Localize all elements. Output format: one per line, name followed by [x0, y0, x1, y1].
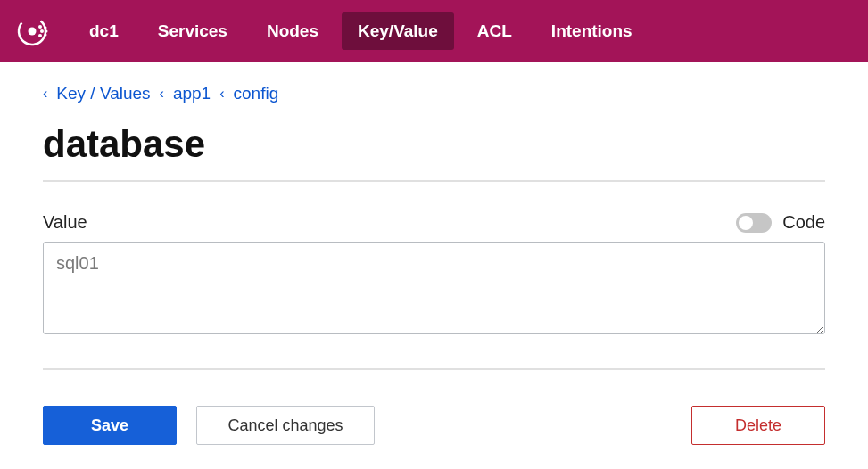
code-toggle[interactable]: [736, 213, 772, 233]
logo-icon: [16, 15, 48, 47]
page-title: database: [43, 123, 825, 182]
nav-item-dc1[interactable]: dc1: [73, 12, 135, 50]
content: ‹ Key / Values ‹ app1 ‹ config database …: [0, 62, 868, 445]
breadcrumb: ‹ Key / Values ‹ app1 ‹ config: [43, 84, 825, 103]
breadcrumb-app1[interactable]: app1: [173, 84, 211, 103]
breadcrumb-keyvalues[interactable]: Key / Values: [56, 84, 150, 103]
save-button[interactable]: Save: [43, 406, 177, 445]
code-toggle-wrap: Code: [736, 212, 825, 233]
svg-point-7: [45, 34, 47, 37]
button-row: Save Cancel changes Delete: [43, 406, 825, 445]
nav-item-nodes[interactable]: Nodes: [251, 12, 335, 50]
svg-point-6: [45, 30, 48, 33]
nav-item-services[interactable]: Services: [142, 12, 244, 50]
cancel-button[interactable]: Cancel changes: [196, 406, 375, 445]
svg-point-1: [29, 28, 37, 36]
chevron-left-icon: ‹: [43, 86, 47, 102]
svg-point-3: [40, 29, 44, 33]
nav-item-keyvalue[interactable]: Key/Value: [342, 12, 454, 50]
chevron-left-icon: ‹: [219, 86, 224, 102]
value-textarea[interactable]: [43, 242, 825, 334]
value-header-row: Value Code: [43, 212, 825, 233]
code-label: Code: [782, 212, 825, 233]
svg-point-2: [38, 25, 42, 29]
svg-point-4: [38, 34, 42, 37]
svg-point-5: [45, 27, 47, 29]
nav-item-acl[interactable]: ACL: [461, 12, 528, 50]
breadcrumb-config[interactable]: config: [234, 84, 279, 103]
nav-item-intentions[interactable]: Intentions: [535, 12, 649, 50]
toggle-knob: [739, 216, 753, 230]
divider: [43, 368, 825, 370]
value-label: Value: [43, 212, 87, 233]
delete-button[interactable]: Delete: [691, 406, 825, 445]
chevron-left-icon: ‹: [160, 86, 164, 102]
main-nav: dc1 Services Nodes Key/Value ACL Intenti…: [73, 12, 649, 50]
topbar: dc1 Services Nodes Key/Value ACL Intenti…: [0, 0, 868, 62]
